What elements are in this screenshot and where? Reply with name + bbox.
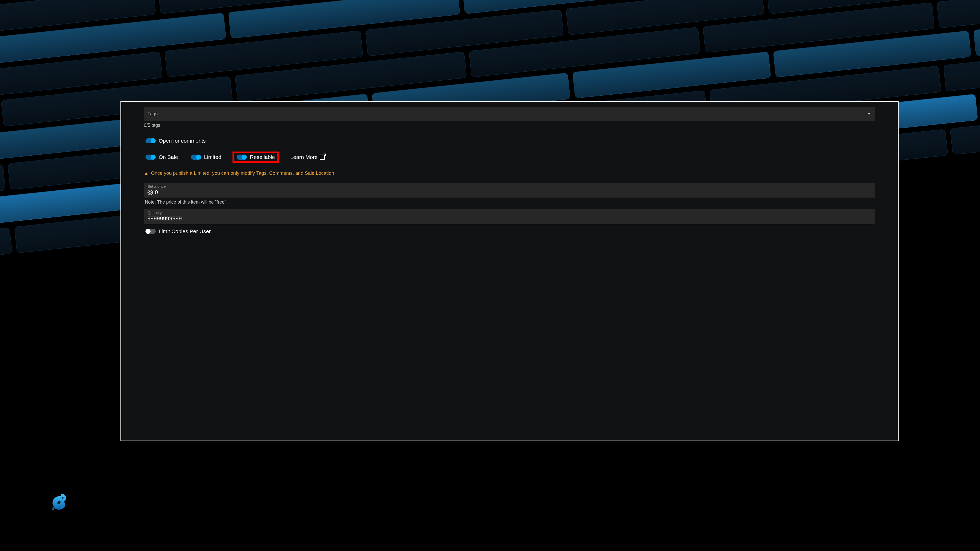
- robux-icon: [148, 190, 153, 195]
- quantity-field[interactable]: Quantity 99999999999: [144, 209, 875, 224]
- price-label: Set a price: [148, 184, 872, 189]
- tags-dropdown[interactable]: Tags: [144, 106, 875, 121]
- toggle-resellable[interactable]: Resellable: [232, 151, 279, 163]
- toggle-switch-icon: [145, 138, 156, 143]
- tags-placeholder: Tags: [148, 111, 158, 117]
- warning-icon: ▲: [144, 171, 148, 176]
- quantity-value: 99999999999: [148, 215, 182, 222]
- toggle-label: Resellable: [250, 154, 275, 160]
- toggle-on-sale[interactable]: On Sale: [144, 153, 180, 161]
- price-note: Note: The price of this item will be "fr…: [145, 200, 874, 205]
- toggle-open-for-comments[interactable]: Open for comments: [144, 137, 207, 145]
- toggle-label: Open for comments: [159, 138, 206, 144]
- learn-more-label: Learn More: [290, 154, 318, 160]
- toggle-label: On Sale: [159, 154, 178, 160]
- toggle-limit-copies[interactable]: Limit Copies Per User: [144, 227, 212, 235]
- svg-point-1: [62, 497, 63, 499]
- toggle-label: Limit Copies Per User: [159, 228, 211, 234]
- toggle-switch-icon: [145, 229, 156, 234]
- price-field[interactable]: Set a price 0: [144, 183, 875, 198]
- settings-panel: Tags 0/5 tags Open for comments On Sale …: [121, 101, 899, 441]
- price-value: 0: [155, 189, 158, 196]
- quantity-label: Quantity: [148, 210, 872, 215]
- limited-warning: ▲ Once you publish a Limited, you can on…: [144, 170, 875, 176]
- toggle-switch-icon: [145, 155, 156, 160]
- warning-text: Once you publish a Limited, you can only…: [151, 170, 334, 176]
- toggle-switch-icon: [191, 155, 201, 160]
- tags-count: 0/5 tags: [144, 123, 875, 128]
- learn-more-link[interactable]: Learn More: [290, 154, 325, 160]
- toggle-label: Limited: [204, 154, 221, 160]
- chevron-down-icon: [868, 113, 871, 115]
- toggle-limited[interactable]: Limited: [189, 153, 223, 161]
- brand-logo-icon: [49, 492, 69, 513]
- external-link-icon: [320, 155, 325, 160]
- toggle-switch-icon: [237, 155, 247, 160]
